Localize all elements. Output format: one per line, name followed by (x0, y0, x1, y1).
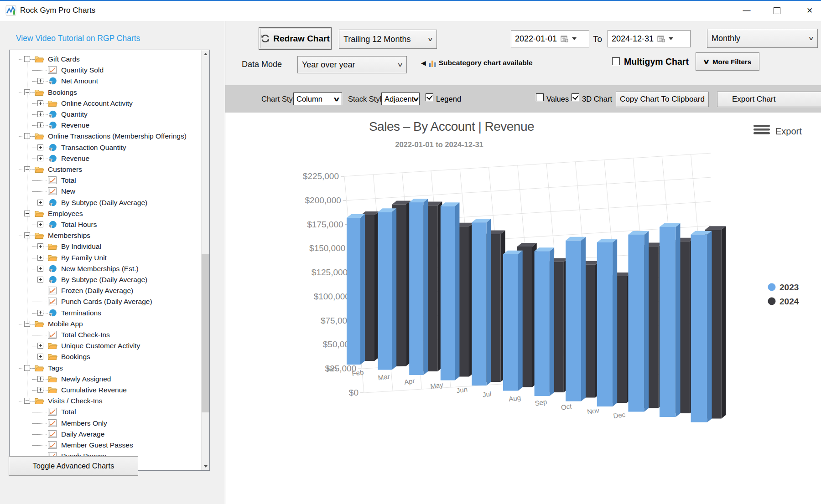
tree-item[interactable]: Newly Assigned (10, 374, 201, 385)
expand-toggle[interactable] (37, 387, 43, 393)
tree-item[interactable]: Memberships (10, 230, 201, 241)
toggle-advanced-charts-button[interactable]: Toggle Advanced Charts (9, 456, 138, 476)
tree-item[interactable]: Total Hours (10, 219, 201, 230)
folder-icon (35, 397, 44, 405)
maximize-button[interactable] (763, 1, 790, 20)
expand-toggle[interactable] (37, 200, 43, 206)
date-to-input[interactable]: 2024-12-31 (608, 30, 691, 47)
tree-item[interactable]: Unique Customer Activity (10, 340, 201, 351)
chart-export-menu[interactable]: Export (753, 125, 802, 136)
copy-chart-button[interactable]: Copy Chart To Clipboard (616, 92, 709, 107)
tree-item[interactable]: Net Amount (10, 76, 201, 87)
tree-item[interactable]: Bookings (10, 87, 201, 98)
date-from-input[interactable]: 2022-01-01 (511, 30, 589, 47)
collapse-left-icon[interactable]: ◀ (421, 59, 426, 67)
sales-revenue-chart: $0$25,000$50,000$75,000$100,000$125,000$… (225, 113, 821, 504)
expand-toggle[interactable] (37, 144, 43, 150)
tree-scrollbar[interactable] (201, 50, 209, 470)
tree-item[interactable]: Quantity Sold (10, 65, 201, 76)
scroll-up-arrow[interactable] (202, 50, 209, 58)
tree-item[interactable]: Bookings (10, 351, 201, 362)
tree-item[interactable]: Mobile App (10, 319, 201, 329)
tree-item[interactable]: By Subtype (Daily Average) (10, 197, 201, 208)
export-chart-button[interactable]: Export Chart (717, 92, 821, 107)
tree-item[interactable]: Employees (10, 208, 201, 219)
tree-item[interactable]: Total (10, 175, 201, 186)
tree-item[interactable]: Revenue (10, 120, 201, 131)
tree-item[interactable]: New (10, 186, 201, 197)
tree-item[interactable]: Transaction Quantity (10, 142, 201, 153)
expand-toggle[interactable] (37, 155, 43, 161)
3d-chart-checkbox[interactable] (572, 93, 579, 101)
legend-label[interactable]: 2023 (779, 283, 799, 292)
scroll-thumb[interactable] (202, 254, 209, 412)
stack-style-select[interactable]: Adjacent ∨ (381, 93, 420, 105)
expand-toggle[interactable] (37, 243, 43, 249)
tree-item[interactable]: Tags (10, 363, 201, 374)
more-filters-button[interactable]: ∨ More Filters (696, 52, 759, 71)
video-tutorial-link[interactable]: View Video Tutorial on RGP Charts (16, 34, 140, 43)
tree-item[interactable]: By Subtype (Daily Average) (10, 274, 201, 285)
tree-item[interactable]: Visits / Check-Ins (10, 396, 201, 406)
expand-toggle[interactable] (37, 111, 43, 117)
tree-item[interactable]: Punch Cards (Daily Average) (10, 296, 201, 307)
tree-connector (43, 125, 48, 126)
tree-item[interactable]: New Memberships (Est.) (10, 263, 201, 274)
tree-connector (19, 236, 24, 236)
chart-style-select[interactable]: Column ∨ (293, 93, 342, 105)
tree-item[interactable]: Online Transactions (Membership Offering… (10, 131, 201, 142)
tree-item[interactable]: By Family Unit (10, 252, 201, 263)
tree-item[interactable]: By Individual (10, 241, 201, 252)
expand-toggle[interactable] (37, 266, 43, 272)
tree-item[interactable]: Revenue (10, 153, 201, 164)
tree-item[interactable]: Customers (10, 164, 201, 175)
expand-toggle[interactable] (37, 221, 43, 227)
tree-item[interactable]: Total Check-Ins (10, 329, 201, 340)
legend-swatch[interactable] (768, 283, 776, 291)
tree-item[interactable]: Gift Cards (10, 54, 201, 65)
expand-toggle[interactable] (37, 100, 43, 106)
svg-text:$125,000: $125,000 (312, 267, 348, 277)
legend-checkbox[interactable] (426, 93, 433, 101)
tree-item[interactable]: Online Account Activity (10, 98, 201, 109)
legend-label[interactable]: 2024 (779, 297, 799, 306)
expand-toggle[interactable] (37, 310, 43, 316)
tree-item[interactable]: Total (10, 406, 201, 417)
tree-connector (32, 191, 47, 192)
subcategory-available[interactable]: ◀ Subcategory chart available (421, 58, 533, 67)
tree-item-label: By Family Unit (61, 254, 107, 262)
redraw-chart-button[interactable]: Redraw Chart (259, 27, 332, 50)
scroll-down-arrow[interactable] (202, 463, 209, 470)
expand-toggle[interactable] (37, 122, 43, 128)
expand-toggle[interactable] (37, 376, 43, 382)
tree-connector (32, 203, 37, 203)
close-button[interactable]: ✕ (796, 1, 821, 20)
svg-text:Jan: Jan (325, 364, 337, 373)
range-preset-select[interactable]: Trailing 12 Months ∨ (339, 30, 437, 49)
tree-connector (43, 114, 48, 115)
tree-item[interactable]: Frozen (Daily Average) (10, 285, 201, 296)
expand-toggle[interactable] (37, 354, 43, 360)
expand-toggle[interactable] (37, 277, 43, 283)
tree-item[interactable]: Terminations (10, 308, 201, 319)
expand-toggle[interactable] (37, 343, 43, 349)
window-title: Rock Gym Pro Charts (20, 6, 95, 15)
folder-icon (35, 320, 44, 328)
tree-item[interactable]: Members Only (10, 418, 201, 429)
chevron-down-icon: ∨ (427, 36, 434, 42)
tree-item[interactable]: Member Guest Passes (10, 440, 201, 451)
values-checkbox[interactable] (536, 93, 544, 101)
data-mode-select[interactable]: Year over year ∨ (297, 56, 407, 73)
tree-item[interactable]: Cumulative Revenue (10, 385, 201, 396)
tree-connector (43, 159, 48, 159)
interval-select[interactable]: Monthly ∨ (707, 29, 818, 48)
minimize-button[interactable]: — (733, 1, 760, 20)
legend-swatch[interactable] (768, 298, 776, 305)
multigym-checkbox[interactable] (612, 57, 620, 65)
expand-toggle[interactable] (37, 78, 43, 84)
date-from-dropdown-icon[interactable] (572, 37, 577, 40)
expand-toggle[interactable] (37, 255, 43, 261)
date-to-dropdown-icon[interactable] (669, 37, 673, 40)
tree-item[interactable]: Daily Average (10, 429, 201, 440)
tree-item[interactable]: Quantity (10, 109, 201, 120)
